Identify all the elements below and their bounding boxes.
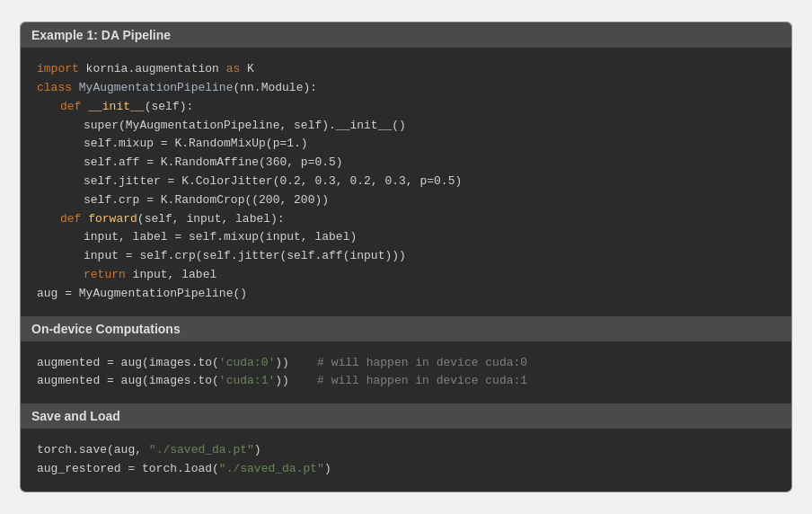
code-line: self.jitter = K.ColorJitter(0.2, 0.3, 0.… bbox=[37, 173, 775, 191]
code-line: input = self.crp(self.jitter(self.aff(in… bbox=[37, 247, 775, 266]
code-line: self.aff = K.RandomAffine(360, p=0.5) bbox=[37, 154, 775, 173]
code-line: aug_restored = torch.load("./saved_da.pt… bbox=[37, 460, 775, 479]
code-line: aug = MyAugmentationPipeline() bbox=[37, 285, 775, 304]
code-line: return input, label bbox=[37, 266, 775, 285]
code-line: self.crp = K.RandomCrop((200, 200)) bbox=[37, 191, 775, 210]
section-header-2: On-device Computations bbox=[21, 316, 791, 341]
section-header-1: Example 1: DA Pipeline bbox=[21, 22, 791, 48]
code-line: import kornia.augmentation as K bbox=[37, 60, 775, 79]
section-header-3: Save and Load bbox=[21, 403, 791, 429]
code-line: super(MyAugmentationPipeline, self).__in… bbox=[37, 117, 775, 136]
main-card: Example 1: DA Pipeline import kornia.aug… bbox=[20, 22, 792, 492]
code-line: self.mixup = K.RandomMixUp(p=1.) bbox=[37, 135, 775, 154]
code-block-1: import kornia.augmentation as K class My… bbox=[21, 48, 791, 315]
code-block-3: torch.save(aug, "./saved_da.pt") aug_res… bbox=[21, 429, 791, 492]
code-line: torch.save(aug, "./saved_da.pt") bbox=[37, 441, 775, 460]
code-line: augmented = aug(images.to('cuda:0')) # w… bbox=[37, 354, 775, 373]
code-line: def forward(self, input, label): bbox=[37, 210, 775, 229]
code-line: class MyAugmentationPipeline(nn.Module): bbox=[37, 79, 775, 98]
code-line: def __init__(self): bbox=[37, 98, 775, 117]
code-line: input, label = self.mixup(input, label) bbox=[37, 228, 775, 247]
code-line: augmented = aug(images.to('cuda:1')) # w… bbox=[37, 372, 775, 391]
code-block-2: augmented = aug(images.to('cuda:0')) # w… bbox=[21, 341, 791, 404]
